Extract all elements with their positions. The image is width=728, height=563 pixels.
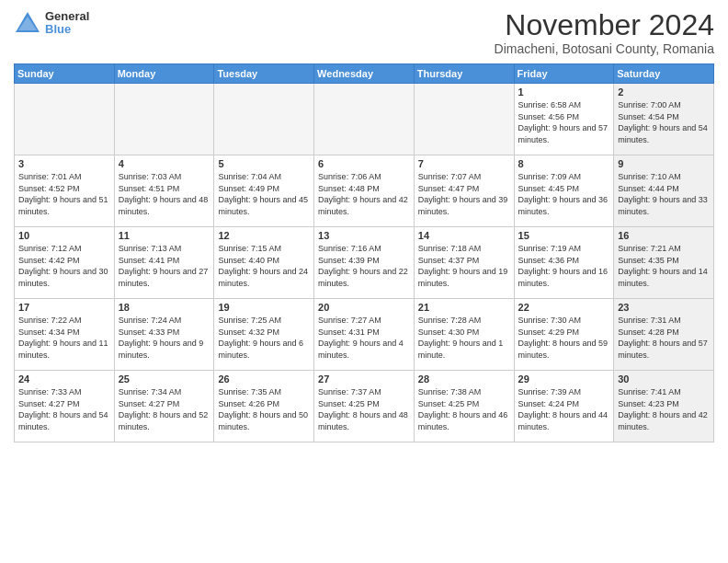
header: General Blue November 2024 Dimacheni, Bo… [14, 9, 714, 56]
calendar-cell: 1Sunrise: 6:58 AM Sunset: 4:56 PM Daylig… [514, 84, 614, 155]
day-number: 22 [518, 302, 610, 313]
day-number: 6 [318, 158, 410, 169]
day-number: 23 [618, 302, 710, 313]
calendar-cell: 24Sunrise: 7:33 AM Sunset: 4:27 PM Dayli… [15, 371, 115, 442]
calendar-header-thursday: Thursday [414, 64, 514, 84]
day-info: Sunrise: 7:12 AM Sunset: 4:42 PM Dayligh… [18, 243, 110, 289]
calendar-week-5: 24Sunrise: 7:33 AM Sunset: 4:27 PM Dayli… [15, 371, 714, 442]
calendar-cell: 25Sunrise: 7:34 AM Sunset: 4:27 PM Dayli… [114, 371, 214, 442]
day-number: 27 [318, 373, 410, 385]
day-info: Sunrise: 7:10 AM Sunset: 4:44 PM Dayligh… [618, 171, 710, 217]
day-info: Sunrise: 7:00 AM Sunset: 4:54 PM Dayligh… [618, 99, 710, 145]
day-number: 21 [418, 302, 510, 313]
day-number: 10 [18, 230, 110, 241]
day-number: 24 [18, 373, 110, 385]
day-number: 13 [318, 230, 410, 241]
day-number: 1 [518, 86, 610, 98]
day-number: 12 [218, 230, 310, 241]
day-number: 20 [318, 302, 410, 313]
calendar-cell: 21Sunrise: 7:28 AM Sunset: 4:30 PM Dayli… [414, 299, 514, 371]
day-number: 18 [119, 302, 210, 313]
calendar-cell: 28Sunrise: 7:38 AM Sunset: 4:25 PM Dayli… [414, 371, 514, 442]
day-info: Sunrise: 7:13 AM Sunset: 4:41 PM Dayligh… [119, 243, 210, 289]
logo-general: General [45, 10, 89, 23]
calendar-cell: 26Sunrise: 7:35 AM Sunset: 4:26 PM Dayli… [214, 371, 314, 442]
day-info: Sunrise: 7:19 AM Sunset: 4:36 PM Dayligh… [518, 243, 610, 289]
day-info: Sunrise: 7:31 AM Sunset: 4:28 PM Dayligh… [618, 315, 710, 361]
logo-icon [14, 9, 41, 37]
day-info: Sunrise: 7:41 AM Sunset: 4:23 PM Dayligh… [618, 386, 710, 432]
calendar-cell: 3Sunrise: 7:01 AM Sunset: 4:52 PM Daylig… [15, 155, 115, 227]
calendar-cell: 30Sunrise: 7:41 AM Sunset: 4:23 PM Dayli… [614, 371, 714, 442]
day-info: Sunrise: 7:15 AM Sunset: 4:40 PM Dayligh… [218, 243, 310, 289]
calendar-cell: 2Sunrise: 7:00 AM Sunset: 4:54 PM Daylig… [614, 84, 714, 155]
calendar-header-wednesday: Wednesday [314, 64, 415, 84]
day-number: 15 [518, 230, 610, 241]
logo-text: General Blue [45, 10, 89, 37]
calendar-header-friday: Friday [514, 64, 614, 84]
calendar-cell: 27Sunrise: 7:37 AM Sunset: 4:25 PM Dayli… [314, 371, 415, 442]
day-number: 8 [518, 158, 610, 169]
calendar: SundayMondayTuesdayWednesdayThursdayFrid… [14, 63, 714, 442]
calendar-cell: 15Sunrise: 7:19 AM Sunset: 4:36 PM Dayli… [514, 227, 614, 299]
day-number: 11 [119, 230, 210, 241]
day-info: Sunrise: 7:06 AM Sunset: 4:48 PM Dayligh… [318, 171, 410, 217]
day-info: Sunrise: 7:28 AM Sunset: 4:30 PM Dayligh… [418, 315, 510, 361]
day-info: Sunrise: 7:18 AM Sunset: 4:37 PM Dayligh… [418, 243, 510, 289]
day-number: 5 [218, 158, 310, 169]
calendar-cell: 5Sunrise: 7:04 AM Sunset: 4:49 PM Daylig… [214, 155, 314, 227]
day-number: 2 [618, 86, 710, 98]
day-info: Sunrise: 7:30 AM Sunset: 4:29 PM Dayligh… [518, 315, 610, 361]
calendar-cell: 18Sunrise: 7:24 AM Sunset: 4:33 PM Dayli… [114, 299, 214, 371]
day-info: Sunrise: 7:38 AM Sunset: 4:25 PM Dayligh… [418, 386, 510, 432]
day-number: 29 [518, 373, 610, 385]
day-number: 14 [418, 230, 510, 241]
page: General Blue November 2024 Dimacheni, Bo… [0, 0, 728, 563]
day-info: Sunrise: 7:01 AM Sunset: 4:52 PM Dayligh… [18, 171, 110, 217]
calendar-cell: 23Sunrise: 7:31 AM Sunset: 4:28 PM Dayli… [614, 299, 714, 371]
month-title: November 2024 [495, 9, 714, 41]
logo: General Blue [14, 9, 89, 37]
calendar-cell [414, 84, 514, 155]
day-info: Sunrise: 7:25 AM Sunset: 4:32 PM Dayligh… [218, 315, 310, 361]
calendar-cell: 19Sunrise: 7:25 AM Sunset: 4:32 PM Dayli… [214, 299, 314, 371]
calendar-cell [214, 84, 314, 155]
day-number: 4 [119, 158, 210, 169]
day-info: Sunrise: 7:24 AM Sunset: 4:33 PM Dayligh… [119, 315, 210, 361]
day-number: 25 [119, 373, 210, 385]
day-info: Sunrise: 7:16 AM Sunset: 4:39 PM Dayligh… [318, 243, 410, 289]
day-number: 26 [218, 373, 310, 385]
calendar-cell: 13Sunrise: 7:16 AM Sunset: 4:39 PM Dayli… [314, 227, 415, 299]
calendar-cell: 10Sunrise: 7:12 AM Sunset: 4:42 PM Dayli… [15, 227, 115, 299]
calendar-cell: 29Sunrise: 7:39 AM Sunset: 4:24 PM Dayli… [514, 371, 614, 442]
calendar-header-tuesday: Tuesday [214, 64, 314, 84]
day-number: 19 [218, 302, 310, 313]
day-number: 30 [618, 373, 710, 385]
day-info: Sunrise: 7:39 AM Sunset: 4:24 PM Dayligh… [518, 386, 610, 432]
calendar-cell: 9Sunrise: 7:10 AM Sunset: 4:44 PM Daylig… [614, 155, 714, 227]
logo-blue: Blue [45, 23, 89, 36]
day-number: 17 [18, 302, 110, 313]
calendar-cell: 11Sunrise: 7:13 AM Sunset: 4:41 PM Dayli… [114, 227, 214, 299]
day-info: Sunrise: 7:07 AM Sunset: 4:47 PM Dayligh… [418, 171, 510, 217]
location: Dimacheni, Botosani County, Romania [495, 41, 714, 56]
calendar-cell: 6Sunrise: 7:06 AM Sunset: 4:48 PM Daylig… [314, 155, 415, 227]
calendar-cell: 4Sunrise: 7:03 AM Sunset: 4:51 PM Daylig… [114, 155, 214, 227]
day-info: Sunrise: 7:03 AM Sunset: 4:51 PM Dayligh… [119, 171, 210, 217]
calendar-week-3: 10Sunrise: 7:12 AM Sunset: 4:42 PM Dayli… [15, 227, 714, 299]
calendar-cell: 22Sunrise: 7:30 AM Sunset: 4:29 PM Dayli… [514, 299, 614, 371]
calendar-cell: 8Sunrise: 7:09 AM Sunset: 4:45 PM Daylig… [514, 155, 614, 227]
calendar-cell [314, 84, 415, 155]
day-info: Sunrise: 7:21 AM Sunset: 4:35 PM Dayligh… [618, 243, 710, 289]
day-info: Sunrise: 7:33 AM Sunset: 4:27 PM Dayligh… [18, 386, 110, 432]
calendar-cell: 14Sunrise: 7:18 AM Sunset: 4:37 PM Dayli… [414, 227, 514, 299]
calendar-cell: 7Sunrise: 7:07 AM Sunset: 4:47 PM Daylig… [414, 155, 514, 227]
calendar-cell: 12Sunrise: 7:15 AM Sunset: 4:40 PM Dayli… [214, 227, 314, 299]
title-block: November 2024 Dimacheni, Botosani County… [495, 9, 714, 56]
calendar-cell: 20Sunrise: 7:27 AM Sunset: 4:31 PM Dayli… [314, 299, 415, 371]
day-info: Sunrise: 7:34 AM Sunset: 4:27 PM Dayligh… [119, 386, 210, 432]
calendar-header-row: SundayMondayTuesdayWednesdayThursdayFrid… [15, 64, 714, 84]
day-info: Sunrise: 7:37 AM Sunset: 4:25 PM Dayligh… [318, 386, 410, 432]
calendar-header-saturday: Saturday [614, 64, 714, 84]
day-info: Sunrise: 7:27 AM Sunset: 4:31 PM Dayligh… [318, 315, 410, 361]
